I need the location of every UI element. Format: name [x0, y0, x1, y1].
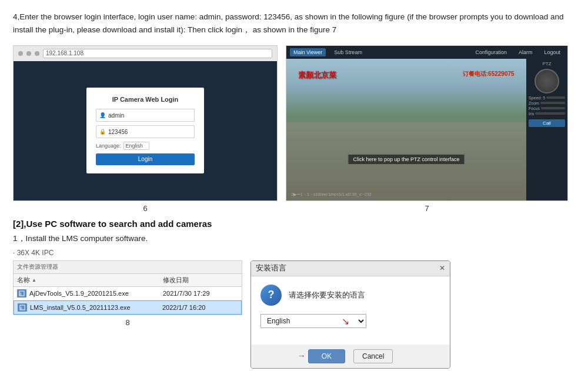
figure-7-block: Main Viewer Sub Stream Configuration Ala…	[286, 45, 568, 213]
speed-item: Speed: 5	[529, 96, 565, 100]
browser-dot-2	[26, 51, 31, 56]
install-dialog: 安装语言 ✕ ? 请选择你要安装的语言 English ↘	[250, 260, 450, 369]
file-icon-1: E	[17, 289, 26, 298]
login-button[interactable]: Login	[96, 153, 195, 165]
section-tag: · 36X 4K IPC	[13, 249, 575, 257]
col-name: 名称 ▲	[14, 274, 159, 286]
language-row: Language: English	[96, 142, 195, 150]
url-text: 192.168.1.108	[46, 50, 83, 56]
figure-7-label: 7	[425, 204, 429, 213]
login-title: IP Camera Web Login	[96, 96, 195, 103]
tab-main-viewer[interactable]: Main Viewer	[290, 48, 326, 56]
figure-9-block: 安装语言 ✕ ? 请选择你要安装的语言 English ↘	[250, 260, 450, 371]
file-date-2: 2022/1/7 16:20	[159, 302, 241, 313]
browser-dot-1	[18, 51, 23, 56]
focus-label: Focus	[529, 106, 540, 111]
figures-row-top: 192.168.1.108 IP Camera Web Login 👤 admi…	[13, 45, 575, 213]
col-name-label: 名称	[17, 276, 30, 285]
cam-sidebar: PTZ Speed: 5 Zoom	[526, 59, 567, 200]
dialog-icon: ?	[260, 285, 282, 306]
fe-header: 文件资源管理器	[14, 261, 242, 274]
figure-6-label: 6	[143, 204, 147, 213]
iris-item: Iris	[529, 112, 565, 116]
dialog-title-bar: 安装语言 ✕	[251, 261, 450, 276]
user-icon: 👤	[99, 112, 106, 118]
speed-bar	[546, 96, 565, 99]
step-1-text: 1，Install the LMS computer software.	[13, 233, 575, 244]
ptz-circle[interactable]	[534, 69, 559, 93]
password-value: 123456	[108, 129, 128, 135]
ptz-label: PTZ	[542, 61, 551, 66]
cam-scene: 素顏北京菜 订餐电话:65229075 Click here to pop up…	[286, 59, 526, 200]
password-field: 🔒 123456	[96, 125, 195, 138]
focus-item: Focus	[529, 106, 565, 111]
lang-arrow-icon: ↘	[342, 316, 349, 327]
dialog-close-button[interactable]: ✕	[439, 264, 445, 272]
cam-controls: Speed: 5 Zoom Focus	[529, 96, 565, 116]
file-explorer: 文件资源管理器 名称 ▲ 修改日期 E A	[13, 260, 242, 315]
browser-dot-3	[35, 51, 39, 56]
ok-button[interactable]: OK	[308, 349, 345, 363]
file-name-text-2: LMS_install_V5.0.5_20211123.exe	[30, 304, 131, 311]
browser-content: IP Camera Web Login 👤 admin 🔒 123456 Lan…	[14, 61, 277, 200]
page-container: 4,Enter the browser login interface, log…	[0, 0, 588, 371]
speed-label: Speed: 5	[529, 96, 545, 100]
tab-alarm[interactable]: Alarm	[515, 48, 536, 56]
sort-arrow: ▲	[32, 278, 36, 283]
cam-overlay-text: Click here to pop up the PTZ control int…	[348, 154, 465, 165]
ok-btn-wrapper: → OK	[308, 349, 345, 363]
ok-arrow-icon: →	[298, 351, 306, 360]
col-date: 修改日期	[159, 274, 242, 286]
cam-phone-text: 订餐电话:65229075	[463, 70, 514, 78]
dialog-language-row: English ↘	[260, 314, 440, 328]
call-button[interactable]: Call	[529, 119, 565, 127]
file-date-1: 2021/7/30 17:29	[159, 288, 242, 299]
cam-timestamp: 2▶ー1－1－o10/me/1mo=3/1 al2:30_v:~232	[291, 192, 372, 198]
figure-7-image: Main Viewer Sub Stream Configuration Ala…	[286, 45, 568, 201]
section-2-heading: [2],Use PC software to search and add ca…	[13, 219, 575, 229]
browser-bar: 192.168.1.108	[14, 46, 277, 61]
cancel-button[interactable]: Cancel	[353, 349, 393, 363]
col-date-label: 修改日期	[163, 276, 189, 285]
figure-8-label: 8	[125, 318, 129, 327]
file-name-text-1: AjDevTools_V5.1.9_20201215.exe	[29, 290, 129, 297]
username-field: 👤 admin	[96, 109, 195, 122]
browser-url: 192.168.1.108	[43, 49, 272, 58]
iris-label: Iris	[529, 112, 534, 116]
tab-configuration[interactable]: Configuration	[472, 48, 510, 56]
cam-body: 素顏北京菜 订餐电话:65229075 Click here to pop up…	[286, 59, 567, 200]
cam-main-view: 素顏北京菜 订餐电话:65229075 Click here to pop up…	[286, 59, 526, 200]
tab-logout[interactable]: Logout	[540, 48, 564, 56]
lock-icon: 🔒	[99, 129, 106, 135]
svg-text:E: E	[20, 292, 22, 296]
fe-columns: 名称 ▲ 修改日期	[14, 274, 242, 287]
file-name-1: E AjDevTools_V5.1.9_20201215.exe	[14, 287, 159, 300]
language-select[interactable]: English	[260, 314, 366, 328]
cam-header: Main Viewer Sub Stream Configuration Ala…	[286, 46, 567, 59]
iris-bar	[535, 112, 565, 115]
file-name-2: E LMS_install_V5.0.5_20211123.exe	[14, 301, 159, 314]
dialog-prompt-row: ? 请选择你要安装的语言	[260, 285, 440, 306]
language-label: Language:	[96, 143, 121, 149]
login-box: IP Camera Web Login 👤 admin 🔒 123456 Lan…	[86, 88, 204, 173]
tab-sub-stream[interactable]: Sub Stream	[330, 48, 366, 56]
figure-8-block: 文件资源管理器 名称 ▲ 修改日期 E A	[13, 260, 242, 371]
file-icon-2: E	[18, 303, 27, 312]
language-value: English	[123, 142, 150, 150]
zoom-item: Zoom	[529, 101, 565, 105]
dialog-title-text: 安装语言	[256, 263, 286, 273]
zoom-label: Zoom	[529, 101, 539, 105]
file-row-2[interactable]: E LMS_install_V5.0.5_20211123.exe 2022/1…	[14, 300, 242, 315]
dialog-prompt-text: 请选择你要安装的语言	[289, 290, 365, 300]
zoom-bar	[540, 102, 565, 104]
focus-bar	[541, 107, 565, 109]
dialog-body: ? 请选择你要安装的语言 English ↘	[251, 276, 450, 345]
username-value: admin	[108, 112, 124, 119]
cam-sign-text: 素顏北京菜	[298, 70, 336, 81]
figure-6-image: 192.168.1.108 IP Camera Web Login 👤 admi…	[13, 45, 278, 201]
figure-6-block: 192.168.1.108 IP Camera Web Login 👤 admi…	[13, 45, 278, 213]
file-row-1[interactable]: E AjDevTools_V5.1.9_20201215.exe 2021/7/…	[14, 287, 242, 300]
fe-header-text: 文件资源管理器	[17, 263, 58, 271]
svg-text:E: E	[21, 306, 23, 310]
figures-row-bottom: 文件资源管理器 名称 ▲ 修改日期 E A	[13, 260, 575, 371]
